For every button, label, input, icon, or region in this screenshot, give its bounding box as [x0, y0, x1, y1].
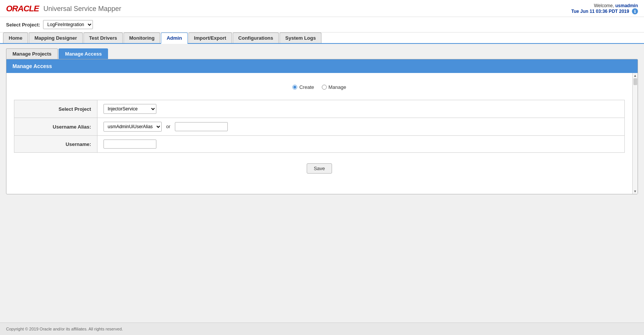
username-display: usmadmin [615, 3, 638, 8]
username-input[interactable] [103, 140, 156, 149]
table-row: Username Alias: usmAdminUiUserAlias alia… [14, 118, 625, 136]
scrollbar[interactable]: ▲ ▼ [632, 73, 638, 194]
scroll-down-arrow[interactable]: ▼ [633, 189, 637, 193]
app-title: Universal Service Mapper [43, 5, 121, 13]
username-cell [97, 136, 625, 153]
manage-radio[interactable] [322, 85, 327, 90]
datetime-display: Tue Jun 11 03:36 PDT 2019 [571, 9, 629, 14]
manage-radio-label: Manage [329, 84, 346, 90]
create-radio[interactable] [292, 85, 297, 90]
save-button[interactable]: Save [307, 163, 332, 174]
tab-monitoring[interactable]: Monitoring [124, 33, 160, 43]
tab-import-export[interactable]: Import/Export [188, 33, 232, 43]
scroll-up-arrow[interactable]: ▲ [633, 74, 637, 78]
create-radio-option[interactable]: Create [292, 84, 314, 90]
manage-access-panel: Manage Access Create Manage [6, 59, 638, 194]
panel-scroll-area: Create Manage Select Project InjectorSer… [6, 73, 638, 194]
select-project-label: Select Project [14, 100, 97, 118]
table-row: Username: [14, 136, 625, 153]
page-header: ORACLE Universal Service Mapper Welcome,… [0, 0, 644, 17]
main-content: Manage Projects Manage Access Manage Acc… [0, 44, 644, 271]
username-alias-input[interactable] [175, 122, 228, 131]
panel-body: Create Manage Select Project InjectorSer… [6, 73, 632, 194]
sub-tab-manage-projects[interactable]: Manage Projects [6, 48, 58, 59]
or-text: or [166, 124, 171, 129]
sub-tabs: Manage Projects Manage Access [6, 48, 638, 59]
select-project-cell: InjectorService LogFireIntegration Defau… [97, 100, 625, 118]
project-selector[interactable]: LogFireIntegration InjectorService Defau… [43, 20, 93, 29]
username-label: Username: [14, 136, 97, 153]
oracle-logo: ORACLE [6, 4, 39, 14]
project-bar: Select Project: LogFireIntegration Injec… [0, 17, 644, 33]
nav-tabs: Home Mapping Designer Test Drivers Monit… [0, 33, 644, 44]
tab-test-drivers[interactable]: Test Drivers [83, 33, 123, 43]
save-row: Save [14, 159, 625, 178]
manage-radio-option[interactable]: Manage [322, 84, 346, 90]
username-alias-dropdown[interactable]: usmAdminUiUserAlias alias1 alias2 [103, 122, 162, 132]
form-table: Select Project InjectorService LogFireIn… [14, 100, 625, 153]
sub-tab-manage-access[interactable]: Manage Access [59, 48, 108, 59]
username-alias-label: Username Alias: [14, 118, 97, 136]
scroll-thumb[interactable] [633, 78, 637, 85]
panel-header: Manage Access [6, 59, 638, 73]
tab-admin[interactable]: Admin [161, 33, 187, 44]
header-user: Welcome, usmadmin Tue Jun 11 03:36 PDT 2… [571, 3, 638, 14]
create-manage-radio-group: Create Manage [14, 81, 625, 94]
project-bar-label: Select Project: [6, 22, 40, 28]
create-radio-label: Create [299, 84, 314, 90]
tab-system-logs[interactable]: System Logs [280, 33, 321, 43]
logo-area: ORACLE Universal Service Mapper [6, 4, 121, 14]
panel-title: Manage Access [12, 63, 52, 69]
table-row: Select Project InjectorService LogFireIn… [14, 100, 625, 118]
tab-configurations[interactable]: Configurations [233, 33, 279, 43]
select-project-dropdown[interactable]: InjectorService LogFireIntegration Defau… [103, 104, 156, 114]
tab-home[interactable]: Home [3, 33, 28, 43]
welcome-text: Welcome, [594, 3, 614, 8]
tab-mapping-designer[interactable]: Mapping Designer [29, 33, 83, 43]
username-alias-cell: usmAdminUiUserAlias alias1 alias2 or [97, 118, 625, 136]
info-icon[interactable]: ℹ [632, 8, 638, 14]
